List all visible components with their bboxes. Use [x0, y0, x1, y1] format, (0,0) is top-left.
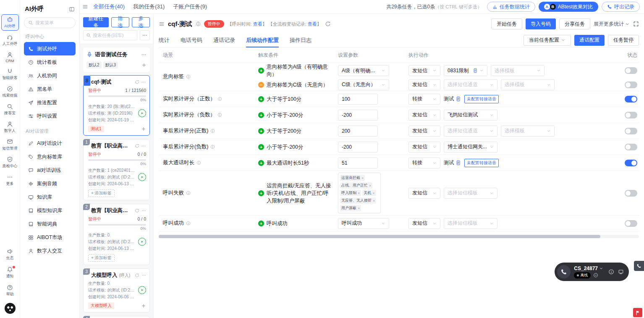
row-toggle[interactable] [625, 144, 637, 150]
select[interactable]: 发短信 [408, 218, 440, 229]
play-button[interactable] [138, 173, 146, 181]
sidebar-search-input[interactable] [35, 20, 70, 25]
select[interactable]: 发短信 [408, 79, 440, 90]
horizontal-scrollbar[interactable] [159, 235, 639, 238]
task-card[interactable]: 3大模型呼入(呼入)生产数量: 0话术模板: 的测试 (ID:21748)创建时… [83, 268, 150, 313]
play-button[interactable] [138, 286, 146, 294]
detail-tab-logs[interactable]: 操作日志 [290, 33, 312, 47]
add-icon[interactable] [141, 303, 146, 308]
refresh-icon[interactable] [325, 21, 331, 27]
sidebar-item-case-audio[interactable]: 案例音频 [24, 177, 76, 190]
filter-button[interactable]: 筛 选 [111, 17, 129, 27]
rail-item-lead-gen[interactable]: 智能获客 [1, 66, 19, 82]
rail-item-soukebao[interactable]: 搜客宝 [1, 101, 19, 118]
select[interactable]: 呼叫成功 [338, 218, 389, 229]
phone-handset-icon[interactable] [557, 265, 571, 279]
view-change-log-link[interactable]: 查看 [308, 21, 317, 26]
floating-flag-icon[interactable] [633, 308, 642, 317]
task-search[interactable] [83, 30, 137, 40]
rail-item-crm[interactable]: CRM [1, 50, 19, 65]
sidebar-item-model-knowledge[interactable]: 模型知识库 [24, 204, 76, 217]
param-input[interactable] [338, 94, 378, 105]
new-task-button[interactable]: 新建任务 [83, 17, 109, 27]
more-options-icon[interactable] [140, 30, 150, 40]
phone-widget[interactable]: CS_24877 离线 [555, 263, 629, 281]
sidebar-item-call-settings[interactable]: 呼叫设置 [24, 109, 76, 123]
more-icon[interactable] [141, 208, 146, 213]
sidebar-item-smart-dict[interactable]: 智能词典 [24, 217, 76, 231]
sidebar-item-push-config[interactable]: 推送配置 [24, 96, 76, 109]
rail-item-qc-center[interactable]: 质检中心 [1, 154, 19, 171]
import-numbers-button[interactable]: 导入号码 [526, 18, 556, 29]
select[interactable]: 选择模板 [491, 65, 545, 76]
sidebar-item-aibot-market[interactable]: AIBOT市场 [24, 231, 76, 244]
remove-tag-icon[interactable]: × [369, 184, 371, 188]
abtest-button[interactable]: AB ABtest效果对比 [539, 2, 598, 12]
task-search-input[interactable] [93, 33, 130, 38]
select[interactable]: 选择短信通道 [444, 79, 497, 90]
task-card[interactable]: 4cyp测试呼叫时段执行中11 / 11生产数量: 1 (陈:测试20888-.… [83, 316, 150, 318]
call-records-button[interactable]: 呼出记录 [602, 2, 640, 12]
task-card[interactable]: 1教育【职业高中2】 ...暂停中0 / 00%生产数量: 1 (ce20240… [83, 139, 150, 200]
row-toggle[interactable] [625, 128, 637, 134]
screen-share-icon[interactable] [618, 269, 624, 275]
rail-item-sms-manage[interactable]: 短信管理 [1, 137, 19, 153]
play-button[interactable] [138, 109, 146, 117]
rail-item-lead-mining[interactable]: 线索挖掘 [1, 84, 19, 100]
select[interactable]: 发短信 [408, 188, 440, 199]
dock-phone-icon[interactable] [634, 261, 644, 271]
row-toggle[interactable] [625, 160, 637, 166]
param-input[interactable] [338, 110, 378, 121]
scrollbar-thumb[interactable] [159, 235, 600, 238]
doc-icon[interactable] [456, 96, 461, 102]
select[interactable]: 转接 [408, 94, 440, 105]
agent-name[interactable]: CS_24877 [574, 265, 603, 271]
select[interactable]: 博士通短信网关... [444, 142, 497, 152]
row-toggle[interactable] [625, 190, 637, 197]
add-icon[interactable] [141, 126, 146, 131]
rail-item-ai-call[interactable]: AI外呼 [1, 14, 19, 31]
more-icon[interactable] [141, 52, 147, 58]
share-task-button[interactable]: 分享任务 [559, 18, 590, 29]
task-card[interactable]: 8cqf-测试暂停中1 / 1215600%生产数量: 20 (陈:测试2088… [83, 75, 150, 136]
remove-tag-icon[interactable]: × [358, 191, 360, 195]
more-icon[interactable] [141, 144, 146, 148]
remove-tag-icon[interactable]: × [372, 191, 374, 195]
select[interactable]: 飞鸽短信测试 [444, 110, 497, 121]
select[interactable]: 选择短信模板 [444, 188, 497, 199]
tab-mine[interactable]: 我的任务(31) [133, 3, 165, 11]
rail-item-notice[interactable]: 通知 [1, 264, 19, 281]
remove-tag-icon[interactable]: × [361, 176, 364, 180]
add-icon[interactable] [141, 63, 147, 68]
mute-icon[interactable] [593, 273, 598, 278]
param-input[interactable] [338, 158, 378, 168]
menu-icon[interactable] [82, 4, 88, 10]
select[interactable]: 发短信 [408, 65, 440, 76]
call-config-button[interactable]: 通话配置 [574, 35, 605, 46]
sidebar-item-human-machine[interactable]: 人机协同 [24, 69, 76, 82]
row-toggle[interactable] [625, 220, 637, 227]
rail-item-manual-call[interactable]: 人工外呼 [1, 32, 19, 48]
remove-tag-icon[interactable]: × [373, 199, 375, 203]
refresh-icon[interactable] [135, 144, 139, 148]
task-card[interactable]: 2教育【职业高中2】 ...暂停中0 / 00%生产数量: 0话术模板: 的测试… [83, 204, 150, 265]
select[interactable]: 发短信 [408, 110, 440, 121]
sidebar-item-ai-dialog-design[interactable]: AI对话设计 [24, 137, 76, 150]
rail-item-help[interactable]: 帮助 [1, 282, 19, 299]
select[interactable]: 选择短信模板 [444, 218, 497, 229]
select[interactable]: 0831限制 [444, 65, 487, 76]
rail-item-eco[interactable]: 生态 [1, 246, 19, 263]
select[interactable]: 选择模板 [501, 79, 555, 90]
view-call-time-link[interactable]: 查看 [253, 21, 262, 26]
param-input[interactable] [338, 142, 378, 152]
current-task-config-button[interactable]: 当前任务配置 [524, 35, 571, 46]
tab-sub[interactable]: 子账户任务(9) [173, 3, 207, 11]
tab-all[interactable]: 全部任务(40) [93, 3, 125, 11]
param-input[interactable] [338, 126, 378, 137]
sidebar-item-intent-tag-lib[interactable]: 意向标签库 [24, 150, 76, 163]
select[interactable]: 发短信 [408, 126, 440, 137]
select[interactable]: 选择短信通道 [444, 126, 497, 137]
info-icon[interactable] [608, 269, 614, 275]
select[interactable]: 发短信 [408, 142, 440, 152]
fail-reasons-box[interactable]: 运营商拦截×占线、用户正忙×呼入限制×关机×无应答、无人接听×用户屏蔽× [338, 173, 381, 213]
